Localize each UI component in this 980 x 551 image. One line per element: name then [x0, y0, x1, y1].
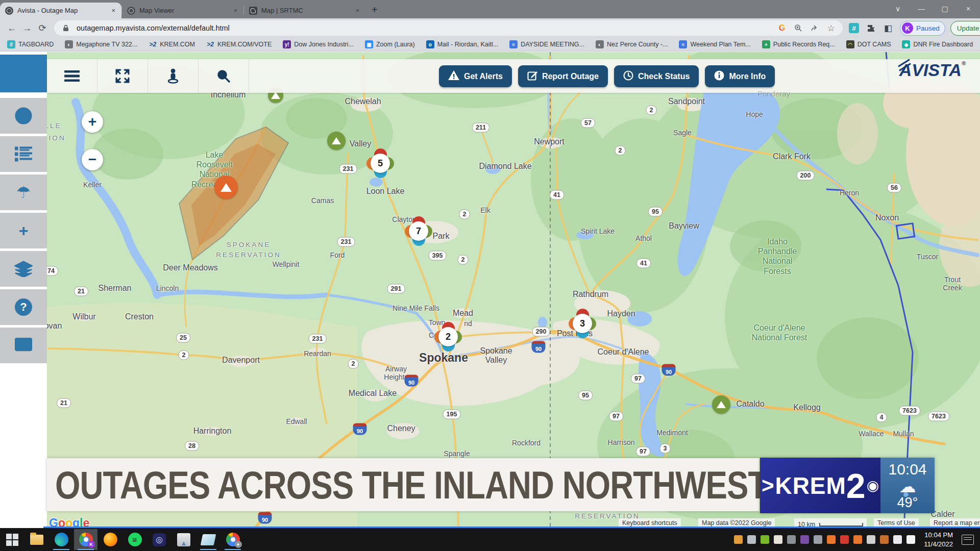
bookmark-item[interactable]: ◈DNR Fire Dashboard	[902, 40, 973, 48]
tab-close-icon[interactable]: ×	[232, 7, 238, 14]
address-bar[interactable]: outagemap.myavista.com/external/default.…	[54, 20, 843, 36]
outage-marker[interactable]	[327, 132, 346, 150]
outage-marker[interactable]	[712, 395, 730, 414]
taskbar-dial-app-icon[interactable]: ◎	[148, 529, 171, 550]
bookmark-item[interactable]: >2KREM.COM/VOTE	[206, 40, 272, 48]
sidebar-help-button[interactable]: ?	[0, 289, 47, 325]
taskbar-spotify-icon[interactable]: ≡	[123, 529, 146, 550]
bookmark-item[interactable]: ◐Nez Perce County -...	[596, 40, 668, 48]
tray-icon[interactable]	[906, 535, 915, 544]
google-icon[interactable]: G	[776, 22, 788, 34]
bookmark-item[interactable]: oMail - Riordan, Kaitl...	[426, 40, 498, 48]
reload-button[interactable]: ⟳	[35, 22, 50, 34]
outage-cluster-marker[interactable]: 7	[408, 221, 429, 241]
map-label: Trout Creek	[939, 276, 966, 292]
outage-cluster-marker[interactable]: 3	[572, 313, 593, 334]
close-button[interactable]: ×	[957, 5, 980, 13]
tray-icon[interactable]	[827, 535, 836, 544]
tray-icon[interactable]	[734, 535, 743, 544]
back-button[interactable]: ←	[4, 23, 19, 34]
tray-icon[interactable]	[761, 535, 769, 544]
update-button[interactable]: Update ⋮	[950, 21, 980, 36]
taskbar-clock[interactable]: 10:04 PM 11/4/2022	[924, 531, 953, 548]
map-label: LLE	[44, 121, 61, 131]
outage-cluster-marker[interactable]: 2	[438, 327, 458, 347]
bookmark-item[interactable]: ≡Weekend Plan Tem...	[679, 40, 750, 48]
tabs-container: Avista - Outage Map×Map Viewer×Map | SRT…	[0, 3, 365, 18]
tab-title: Map Viewer	[139, 7, 228, 14]
sidebar-legend-button[interactable]	[0, 136, 47, 172]
side-panel-icon[interactable]	[883, 22, 894, 34]
share-icon[interactable]	[809, 22, 820, 34]
action-label: Get Alerts	[464, 72, 503, 81]
browser-tab[interactable]: Map | SRTMC×	[244, 3, 365, 18]
sidebar-umbrella-button[interactable]: ☂	[0, 174, 47, 210]
tray-icon[interactable]	[787, 535, 796, 544]
taskbar-firefox-icon[interactable]	[99, 529, 122, 550]
sidebar-layers-button[interactable]	[0, 251, 47, 287]
sidebar-launch-button[interactable]	[0, 328, 47, 363]
notification-center-icon[interactable]	[962, 535, 974, 545]
tray-icon[interactable]	[880, 535, 889, 544]
browser-tab[interactable]: Map Viewer×	[122, 3, 243, 18]
tray-icon[interactable]	[867, 535, 875, 544]
bookmark-item[interactable]: ◐Megaphone TV 322...	[65, 40, 137, 48]
tray-icon[interactable]	[840, 535, 849, 544]
zoom-out-button[interactable]: −	[82, 149, 103, 170]
get-alerts-button[interactable]: Get Alerts	[439, 65, 512, 87]
extensions-puzzle-icon[interactable]	[865, 22, 876, 34]
tray-icon[interactable]	[814, 535, 822, 544]
tagboard-extension-icon[interactable]: #	[849, 23, 859, 33]
tray-icon[interactable]	[853, 535, 862, 544]
bookmark-star-icon[interactable]	[825, 22, 837, 34]
url-text[interactable]: outagemap.myavista.com/external/default.…	[77, 24, 771, 32]
bookmark-item[interactable]: ▣Zoom (Laura)	[365, 40, 415, 48]
tray-icon[interactable]	[800, 535, 809, 544]
taskbar-edge-icon[interactable]	[50, 529, 73, 550]
outage-marker[interactable]	[214, 176, 238, 199]
expand-icon[interactable]	[97, 59, 148, 93]
profile-chip[interactable]: K Paused	[900, 21, 945, 36]
taskbar-photos-icon[interactable]: ▲	[172, 529, 195, 550]
triangle-icon	[717, 401, 726, 408]
map-tools	[47, 59, 249, 93]
search-icon[interactable]	[199, 59, 249, 93]
maximize-button[interactable]: ▢	[933, 5, 957, 13]
route-shield: 41	[636, 259, 651, 268]
zoom-in-button[interactable]: +	[82, 111, 103, 133]
minimize-button[interactable]: —	[910, 5, 933, 13]
outage-cluster-marker[interactable]: 5	[370, 153, 390, 173]
forward-button[interactable]: →	[19, 23, 35, 34]
taskbar-chrome-profile-icon[interactable]: ●	[221, 529, 244, 550]
taskbar-notes-app-icon[interactable]	[197, 529, 220, 550]
browser-menu-caret-icon[interactable]: ∨	[886, 5, 910, 13]
tab-close-icon[interactable]: ×	[354, 7, 360, 14]
tab-close-icon[interactable]: ×	[110, 7, 116, 14]
taskbar-chrome-icon[interactable]: K	[74, 529, 97, 550]
pegman-icon[interactable]	[148, 59, 199, 93]
new-tab-button[interactable]: +	[372, 4, 378, 16]
bookmark-item[interactable]: ◠DOT CAMS	[846, 40, 891, 48]
tray-icon[interactable]	[747, 535, 756, 544]
bookmark-item[interactable]: +Public Records Req...	[762, 40, 835, 48]
tray-icon[interactable]	[893, 535, 902, 544]
check-status-button[interactable]: Check Status	[614, 65, 699, 87]
report-outage-button[interactable]: Report Outage	[518, 65, 608, 87]
tray-icon[interactable]	[774, 535, 782, 544]
bookmark-item[interactable]: #TAGBOARD	[7, 40, 54, 48]
taskbar-start-icon[interactable]	[1, 529, 24, 550]
menu-icon[interactable]	[47, 59, 97, 93]
route-shield: 2	[458, 255, 469, 265]
bookmark-item[interactable]: ≡DAYSIDE MEETING...	[509, 40, 584, 48]
browser-tab[interactable]: Avista - Outage Map×	[0, 3, 121, 18]
more-info-button[interactable]: More Info	[705, 65, 775, 87]
sidebar-header[interactable]	[0, 55, 47, 92]
sidebar-add-button[interactable]: +	[0, 213, 47, 248]
taskbar-file-explorer-icon[interactable]	[25, 529, 48, 550]
bookmark-item[interactable]: y!Dow Jones Industri...	[283, 40, 354, 48]
zoom-in-icon[interactable]	[793, 22, 804, 34]
bookmark-item[interactable]: >2KREM.COM	[149, 40, 195, 48]
sidebar-compass-button[interactable]	[0, 98, 47, 134]
screen: Avista - Outage Map×Map Viewer×Map | SRT…	[0, 0, 980, 551]
bookmark-label: DOT CAMS	[857, 41, 891, 48]
